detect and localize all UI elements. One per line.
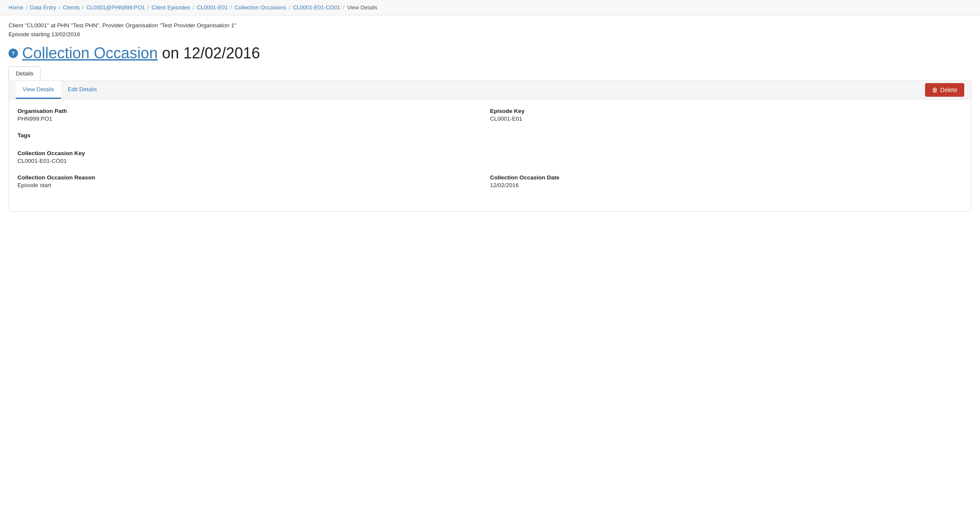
- collection-occasion-reason-col: Collection Occasion Reason Episode start: [17, 174, 490, 188]
- organisation-path-value: PHN999:PO1: [17, 115, 481, 122]
- episode-key-label: Episode Key: [490, 108, 954, 114]
- collection-occasion-reason-label: Collection Occasion Reason: [17, 174, 481, 181]
- client-info: Client "CL0001" at PHN "Test PHN", Provi…: [0, 15, 980, 29]
- inner-panel: View Details Edit Details 🗑 Delete Organ…: [9, 81, 971, 212]
- breadcrumb-client-id[interactable]: CL0001@PHN999:PO1: [86, 4, 145, 11]
- collection-occasion-key-value: CL0001-E01-CO01: [17, 158, 481, 164]
- detail-row-4: Collection Occasion Reason Episode start…: [17, 174, 963, 188]
- collection-occasion-date-value: 12/02/2016: [490, 182, 954, 188]
- trash-icon: 🗑: [932, 87, 938, 93]
- breadcrumb-client-episodes[interactable]: Client Episodes: [152, 4, 190, 11]
- detail-body: Organisation Path PHN999:PO1 Episode Key…: [9, 99, 971, 211]
- episode-info: Episode starting 13/02/2016: [0, 29, 980, 38]
- breadcrumb-collection-id[interactable]: CL0001-E01-CO01: [293, 4, 340, 11]
- tab-edit-details[interactable]: Edit Details: [61, 81, 104, 99]
- delete-button[interactable]: 🗑 Delete: [925, 83, 964, 97]
- tags-col: Tags: [17, 132, 490, 140]
- detail-row-2: Tags: [17, 132, 963, 140]
- detail-row-3: Collection Occasion Key CL0001-E01-CO01: [17, 150, 963, 164]
- breadcrumb: Home / Data Entry / Clients / CL0001@PHN…: [0, 0, 980, 15]
- breadcrumb-episode-id[interactable]: CL0001-E01: [197, 4, 228, 11]
- tab-details[interactable]: Details: [9, 66, 40, 81]
- inner-tabs: View Details Edit Details: [16, 81, 104, 99]
- organisation-path-col: Organisation Path PHN999:PO1: [17, 108, 490, 122]
- episode-key-value: CL0001-E01: [490, 115, 954, 122]
- collection-occasion-date-label: Collection Occasion Date: [490, 174, 954, 181]
- page-title-suffix: on 12/02/2016: [162, 44, 260, 62]
- breadcrumb-view-details: View Details: [347, 4, 377, 11]
- delete-button-label: Delete: [940, 87, 957, 93]
- page-title-area: ? Collection Occasion on 12/02/2016: [0, 38, 980, 66]
- collection-occasion-reason-value: Episode start: [17, 182, 481, 188]
- inner-tabs-bar: View Details Edit Details 🗑 Delete: [9, 81, 971, 99]
- collection-occasion-date-col: Collection Occasion Date 12/02/2016: [490, 174, 963, 188]
- breadcrumb-data-entry[interactable]: Data Entry: [30, 4, 56, 11]
- help-icon[interactable]: ?: [9, 49, 18, 58]
- breadcrumb-clients[interactable]: Clients: [63, 4, 80, 11]
- outer-tabs: Details: [0, 66, 980, 81]
- detail-row-1: Organisation Path PHN999:PO1 Episode Key…: [17, 108, 963, 122]
- collection-occasion-key-col: Collection Occasion Key CL0001-E01-CO01: [17, 150, 490, 164]
- tags-label: Tags: [17, 132, 481, 139]
- breadcrumb-home[interactable]: Home: [9, 4, 23, 11]
- organisation-path-label: Organisation Path: [17, 108, 481, 114]
- collection-occasion-key-label: Collection Occasion Key: [17, 150, 481, 156]
- tab-view-details[interactable]: View Details: [16, 81, 61, 99]
- breadcrumb-collection-occasions[interactable]: Collection Occasions: [234, 4, 286, 11]
- episode-key-col: Episode Key CL0001-E01: [490, 108, 963, 122]
- page-title-link[interactable]: Collection Occasion: [22, 44, 158, 62]
